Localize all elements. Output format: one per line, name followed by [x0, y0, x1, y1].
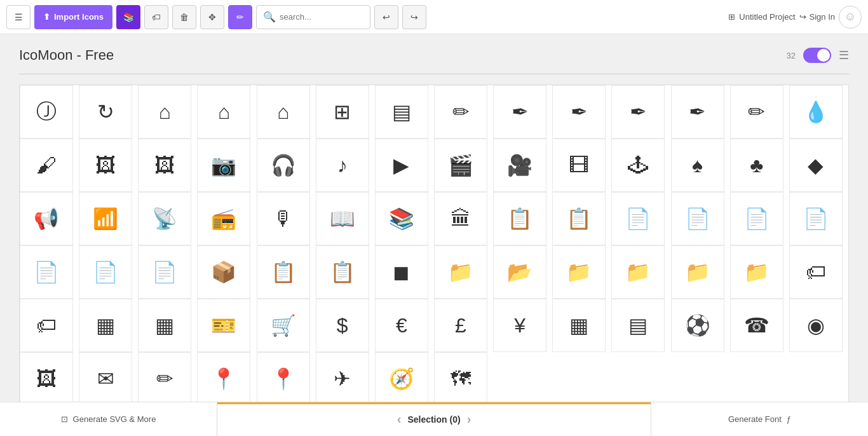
barcode-icon[interactable]: ▦: [79, 299, 132, 352]
move-icon: ✥: [208, 12, 216, 22]
redo-button[interactable]: ↪: [402, 5, 426, 29]
office-icon[interactable]: ⊞: [316, 85, 369, 139]
folder1-icon[interactable]: 📁: [434, 245, 487, 299]
dropper-icon[interactable]: ✏: [730, 85, 783, 139]
file3-icon[interactable]: 📄: [789, 192, 843, 245]
undo-button[interactable]: ↩: [374, 5, 398, 29]
file5-icon[interactable]: 📄: [79, 245, 132, 299]
droplet-icon[interactable]: 💧: [789, 85, 843, 139]
cart-icon[interactable]: 🛒: [257, 299, 310, 352]
image1-icon[interactable]: 🖼: [79, 139, 132, 192]
pen3-icon[interactable]: ✒: [611, 85, 665, 139]
pacman-icon[interactable]: 🕹: [611, 139, 665, 192]
yen-icon[interactable]: ¥: [493, 299, 546, 352]
jupyter-icon[interactable]: Ⓙ: [20, 85, 73, 139]
search-input[interactable]: [280, 12, 363, 22]
clubs-icon[interactable]: ♣: [730, 139, 783, 192]
paint-icon[interactable]: 🖌: [20, 139, 73, 192]
file1-icon-inner: 📄: [672, 193, 724, 245]
folder-minus-icon[interactable]: 📁: [611, 245, 665, 299]
copy-icon-inner: 📋: [257, 246, 309, 298]
camera-icon[interactable]: 📷: [197, 139, 250, 192]
doc2-icon[interactable]: 📋: [552, 192, 606, 245]
qrcode-icon[interactable]: ▦: [138, 299, 191, 352]
tag-button[interactable]: 🏷: [144, 5, 168, 29]
home1-icon[interactable]: ⌂: [138, 85, 191, 139]
pen4-icon[interactable]: ✒: [671, 85, 724, 139]
music-icon[interactable]: ♪: [316, 139, 369, 192]
location1-icon[interactable]: 📍: [197, 352, 250, 402]
delete-button[interactable]: 🗑: [172, 5, 196, 29]
ticket-icon[interactable]: 🎫: [197, 299, 250, 352]
dollar-icon[interactable]: $: [316, 299, 369, 352]
tag2-icon[interactable]: 🏷: [20, 299, 73, 352]
home3-icon-inner: ⌂: [257, 86, 309, 138]
phone-icon[interactable]: ☎: [730, 299, 783, 352]
diamond-icon[interactable]: ◆: [789, 139, 843, 192]
doc1-icon[interactable]: 📋: [493, 192, 546, 245]
send-icon[interactable]: ✈: [316, 352, 369, 402]
soccer-icon-inner: ⚽: [672, 299, 724, 351]
move-button[interactable]: ✥: [200, 5, 224, 29]
file2-icon[interactable]: 📄: [730, 192, 783, 245]
copy-icon[interactable]: 📋: [257, 245, 310, 299]
home3-icon[interactable]: ⌂: [257, 85, 310, 139]
compass-icon[interactable]: 🧭: [375, 352, 428, 402]
file4-icon[interactable]: 📄: [20, 245, 73, 299]
clipboard-icon[interactable]: 📋: [316, 245, 369, 299]
pencil-icon[interactable]: ✏: [434, 85, 487, 139]
file1-icon[interactable]: 📄: [671, 192, 724, 245]
library-icon[interactable]: 🏛: [434, 192, 487, 245]
book-icon[interactable]: 📖: [316, 192, 369, 245]
wifi-icon[interactable]: 📶: [79, 192, 132, 245]
list-view-icon[interactable]: ☰: [839, 48, 849, 62]
folder3-icon[interactable]: 📁: [552, 245, 606, 299]
folder-up-icon[interactable]: 📁: [730, 245, 783, 299]
stack-icon[interactable]: ◼: [375, 245, 428, 299]
sign-in-button[interactable]: ↪ Sign In: [799, 12, 835, 22]
image2-icon[interactable]: 🖼: [138, 139, 191, 192]
play-icon[interactable]: ▶: [375, 139, 428, 192]
radio-icon[interactable]: 📻: [197, 192, 250, 245]
import-icons-button[interactable]: ⬆ Import Icons: [34, 5, 112, 29]
import-icon: ⬆: [43, 12, 50, 22]
soccer-icon[interactable]: ⚽: [671, 299, 724, 352]
map-icon[interactable]: 🗺: [434, 352, 487, 402]
spades-icon[interactable]: ♠: [671, 139, 724, 192]
library-button[interactable]: 📚: [116, 5, 140, 29]
megaphone-icon[interactable]: 📢: [20, 192, 73, 245]
portrait-icon[interactable]: 🖼: [20, 352, 73, 402]
newspaper-icon[interactable]: ▤: [375, 85, 428, 139]
pen2-icon[interactable]: ✒: [552, 85, 606, 139]
email-icon[interactable]: ✉: [79, 352, 132, 402]
address-icon[interactable]: ◉: [789, 299, 843, 352]
film-icon[interactable]: 🎬: [434, 139, 487, 192]
podcast-icon[interactable]: 📡: [138, 192, 191, 245]
edit-button[interactable]: ✏: [228, 5, 252, 29]
folder2-icon[interactable]: 📂: [493, 245, 546, 299]
location2-icon[interactable]: 📍: [257, 352, 310, 402]
table-icon[interactable]: ▦: [552, 299, 606, 352]
camera2-icon[interactable]: 🎥: [493, 139, 546, 192]
pound-icon[interactable]: £: [434, 299, 487, 352]
ticket-icon-inner: 🎫: [198, 299, 250, 351]
headphones-icon[interactable]: 🎧: [257, 139, 310, 192]
search-box[interactable]: 🔍: [256, 5, 370, 29]
tag1-icon[interactable]: 🏷: [789, 245, 843, 299]
pen1-icon[interactable]: ✒: [493, 85, 546, 139]
hamburger-button[interactable]: ☰: [6, 5, 31, 29]
books-icon[interactable]: 📚: [375, 192, 428, 245]
film2-icon[interactable]: 🎞: [552, 139, 606, 192]
grid-toggle[interactable]: [803, 48, 831, 63]
mic-icon[interactable]: 🎙: [257, 192, 310, 245]
doc3-icon[interactable]: 📄: [611, 192, 665, 245]
list-icon[interactable]: ▤: [611, 299, 665, 352]
avatar[interactable]: ☺: [839, 6, 862, 29]
file6-icon[interactable]: 📄: [138, 245, 191, 299]
euro-icon[interactable]: €: [375, 299, 428, 352]
refresh-icon[interactable]: ↻: [79, 85, 132, 139]
zip-icon[interactable]: 📦: [197, 245, 250, 299]
home2-icon[interactable]: ⌂: [197, 85, 250, 139]
folder-down-icon[interactable]: 📁: [671, 245, 724, 299]
edit2-icon[interactable]: ✏: [138, 352, 191, 402]
